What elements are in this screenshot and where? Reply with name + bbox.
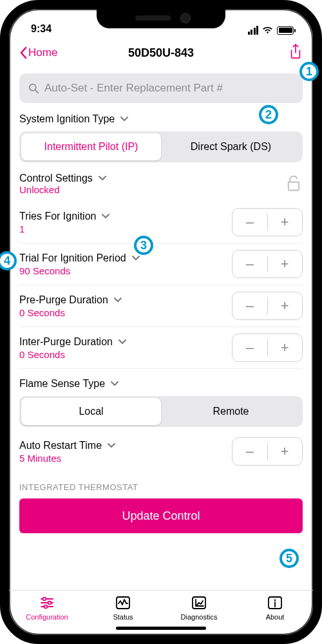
status-time: 9:34 (31, 23, 52, 35)
trial-value: 90 Seconds (19, 265, 232, 276)
chevron-down-icon (98, 175, 107, 182)
prepurge-stepper: – + (232, 292, 303, 320)
row-trial-period: Trial For Ignition Period 90 Seconds – + (19, 243, 303, 285)
back-button[interactable]: Home (19, 46, 57, 59)
interpurge-label: Inter-Purge Duration (19, 336, 113, 348)
unlock-icon (285, 174, 303, 194)
prepurge-decrement[interactable]: – (232, 292, 267, 319)
tab-about-label: About (266, 613, 285, 621)
chevron-down-icon (131, 255, 140, 261)
annotation-3: 3 (134, 236, 153, 255)
annotation-2: 2 (259, 105, 278, 124)
restart-stepper: – + (232, 437, 303, 466)
app-screen: 9:34 Home 50D50U-843 A (9, 9, 313, 635)
prepurge-value: 0 Seconds (19, 307, 232, 318)
ignition-type-label: System Ignition Type (19, 113, 115, 125)
share-icon (289, 43, 303, 60)
nav-bar: Home 50D50U-843 (9, 37, 313, 68)
tries-header[interactable]: Tries For Ignition (19, 211, 232, 222)
tries-value: 1 (19, 223, 232, 234)
prepurge-label: Pre-Purge Duration (19, 294, 108, 306)
tab-configuration[interactable]: Configuration (9, 594, 85, 621)
wifi-icon (262, 26, 273, 35)
svg-point-1 (43, 598, 46, 601)
tries-increment[interactable]: + (268, 209, 303, 236)
back-label: Home (28, 46, 57, 59)
restart-decrement[interactable]: – (232, 438, 267, 465)
flame-sense-segment: Local Remote (19, 396, 303, 427)
segment-local[interactable]: Local (21, 398, 161, 425)
annotation-1: 1 (299, 62, 319, 81)
search-input[interactable]: Auto-Set - Enter Replacement Part # (19, 73, 303, 103)
battery-icon (277, 26, 294, 35)
chevron-down-icon (101, 213, 110, 220)
segment-remote[interactable]: Remote (161, 398, 301, 425)
chevron-down-icon (107, 442, 116, 449)
segment-ip[interactable]: Intermittent Pilot (IP) (21, 133, 161, 160)
chevron-down-icon (118, 339, 127, 345)
update-control-button[interactable]: Update Control (19, 498, 303, 533)
flame-sense-label: Flame Sense Type (19, 378, 105, 390)
main-content: Auto-Set - Enter Replacement Part # Syst… (9, 68, 313, 590)
trial-decrement[interactable]: – (232, 251, 267, 278)
interpurge-decrement[interactable]: – (232, 334, 267, 361)
svg-point-0 (30, 84, 36, 90)
chevron-down-icon (113, 297, 122, 303)
tries-decrement[interactable]: – (232, 209, 267, 236)
interpurge-value: 0 Seconds (19, 349, 232, 360)
annotation-5: 5 (279, 549, 299, 568)
phone-notch (97, 9, 225, 28)
restart-increment[interactable]: + (268, 438, 303, 465)
tab-about[interactable]: About (237, 594, 313, 621)
interpurge-stepper: – + (232, 334, 303, 362)
tries-label: Tries For Ignition (19, 211, 96, 222)
row-pre-purge: Pre-Purge Duration 0 Seconds – + (19, 285, 303, 327)
prepurge-header[interactable]: Pre-Purge Duration (19, 294, 232, 306)
trial-increment[interactable]: + (268, 251, 303, 278)
sliders-icon (39, 594, 55, 611)
restart-value: 5 Minutes (19, 453, 232, 464)
restart-header[interactable]: Auto Restart Time (19, 440, 232, 451)
control-settings-header[interactable]: Control Settings (19, 173, 285, 184)
integrated-thermostat-label: INTEGRATED THERMOSTAT (19, 472, 303, 498)
tab-diagnostics[interactable]: Diagnostics (161, 594, 237, 621)
chevron-left-icon (19, 46, 27, 59)
row-tries-for-ignition: Tries For Ignition 1 – + (19, 202, 303, 243)
search-icon (28, 83, 39, 94)
chevron-down-icon (120, 116, 129, 122)
control-settings-label: Control Settings (19, 173, 93, 184)
tab-diagnostics-label: Diagnostics (181, 613, 218, 621)
row-auto-restart: Auto Restart Time 5 Minutes – + (19, 431, 303, 472)
tab-status[interactable]: Status (85, 594, 161, 621)
interpurge-increment[interactable]: + (268, 334, 303, 361)
ignition-type-segment: Intermittent Pilot (IP) Direct Spark (DS… (19, 131, 303, 162)
tab-configuration-label: Configuration (26, 613, 68, 621)
control-settings-value: Unlocked (19, 184, 285, 195)
status-right (248, 26, 294, 35)
share-button[interactable] (289, 43, 303, 62)
row-inter-purge: Inter-Purge Duration 0 Seconds – + (19, 327, 303, 369)
prepurge-increment[interactable]: + (268, 292, 303, 319)
svg-point-3 (44, 605, 48, 609)
trial-header[interactable]: Trial For Ignition Period (19, 252, 232, 264)
search-placeholder: Auto-Set - Enter Replacement Part # (44, 82, 223, 95)
activity-icon (115, 594, 131, 611)
chevron-down-icon (110, 381, 119, 387)
svg-point-7 (274, 600, 276, 601)
trial-label: Trial For Ignition Period (19, 252, 126, 264)
interpurge-header[interactable]: Inter-Purge Duration (19, 336, 232, 348)
chart-icon (191, 594, 207, 611)
home-indicator[interactable] (116, 627, 206, 630)
trial-stepper: – + (232, 250, 303, 278)
svg-point-2 (48, 601, 52, 605)
segment-ds[interactable]: Direct Spark (DS) (161, 133, 301, 160)
phone-frame: 9:34 Home 50D50U-843 A (0, 0, 322, 644)
tab-status-label: Status (113, 613, 133, 621)
flame-sense-header[interactable]: Flame Sense Type (19, 369, 303, 396)
cellular-icon (248, 26, 259, 35)
info-icon (267, 594, 283, 611)
restart-label: Auto Restart Time (19, 440, 102, 451)
tries-stepper: – + (232, 208, 303, 236)
